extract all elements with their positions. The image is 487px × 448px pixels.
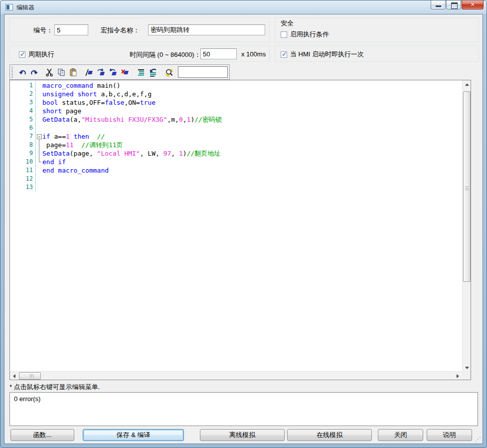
code-line[interactable]: 9SetData(page, "Local HMI", LW, 97, 1)//… xyxy=(10,149,462,158)
macro-name-input[interactable] xyxy=(148,24,265,35)
code-line[interactable]: 6 xyxy=(10,124,462,132)
toolbar-gripper[interactable] xyxy=(11,67,13,78)
paste-icon[interactable] xyxy=(68,66,79,78)
line-number: 6 xyxy=(10,124,36,132)
outdent-icon[interactable] xyxy=(148,66,159,78)
periodic-checkbox[interactable] xyxy=(19,51,25,58)
code-line[interactable]: 13 xyxy=(10,183,462,192)
security-group: 安全 启用执行条件 xyxy=(275,17,479,42)
interval-label: 时间间隔 (0 ~ 864000)： xyxy=(130,50,201,59)
code-line[interactable]: 1macro_command main() xyxy=(10,81,462,90)
offline-simulation-button[interactable]: 离线模拟 xyxy=(200,429,285,441)
bookmark-clear-icon[interactable] xyxy=(120,66,131,78)
toolbar xyxy=(9,64,230,80)
right-click-hint: * 点击鼠标右键可显示编辑菜单. xyxy=(9,383,100,392)
code-line[interactable]: 8 page=11 //调转到11页 xyxy=(10,141,462,149)
enable-condition-checkbox-row[interactable]: 启用执行条件 xyxy=(281,30,329,39)
code-text: end macro_command xyxy=(42,166,109,175)
editor-window: 编辑器 编号： 宏指令名称： 安全 启用执行条件 周期执行 xyxy=(0,0,487,448)
code-text: if a==1 then // xyxy=(42,132,105,141)
security-caption: 安全 xyxy=(281,19,294,28)
line-number: 5 xyxy=(10,115,36,124)
line-number: 8 xyxy=(10,141,36,149)
scroll-right-arrow[interactable] xyxy=(454,372,462,380)
code-line[interactable]: 4short page xyxy=(10,107,462,115)
code-line[interactable]: 5GetData(a,"Mitsubishi FX3U/FX3G",m,0,1)… xyxy=(10,115,462,124)
close-button[interactable] xyxy=(462,0,484,9)
minimize-button[interactable] xyxy=(431,0,446,9)
horizontal-scroll-thumb[interactable] xyxy=(19,372,41,380)
run-on-startup-checkbox[interactable] xyxy=(281,51,287,58)
bookmark-prev-icon[interactable] xyxy=(108,66,119,78)
code-line[interactable]: 7if a==1 then // xyxy=(10,132,462,141)
line-number: 1 xyxy=(10,81,36,90)
vertical-scroll-thumb[interactable] xyxy=(463,91,471,282)
scroll-left-arrow[interactable] xyxy=(10,372,18,380)
code-text: short page xyxy=(42,107,81,115)
code-line[interactable]: 12 xyxy=(10,175,462,183)
code-line[interactable]: 10end if xyxy=(10,158,462,166)
fold-marker-mid xyxy=(36,141,42,149)
code-lines[interactable]: 1macro_command main()2unsigned short a,b… xyxy=(10,80,462,371)
enable-condition-label: 启用执行条件 xyxy=(290,30,329,39)
line-number: 4 xyxy=(10,107,36,115)
fold-gutter xyxy=(36,115,42,124)
close-dialog-button[interactable]: 关闭 xyxy=(378,429,423,441)
code-text: unsigned short a,b,c,d,e,f,g xyxy=(42,90,152,98)
horizontal-scrollbar[interactable] xyxy=(10,371,462,380)
line-number: 10 xyxy=(10,158,36,166)
line-number: 12 xyxy=(10,175,36,183)
run-on-startup-label: 当 HMI 启动时即执行一次 xyxy=(290,50,364,59)
window-title: 编辑器 xyxy=(16,3,34,12)
undo-icon[interactable] xyxy=(17,66,28,78)
fold-marker-end xyxy=(36,158,42,166)
bookmark-next-icon[interactable] xyxy=(96,66,107,78)
fold-gutter xyxy=(36,90,42,98)
dialog-body: 编号： 宏指令名称： 安全 启用执行条件 周期执行 时间间隔 (0 ~ 8640… xyxy=(4,14,483,444)
error-count-text: 0 error(s) xyxy=(14,395,40,403)
redo-icon[interactable] xyxy=(29,66,40,78)
maximize-button[interactable] xyxy=(446,0,461,9)
macro-name-label: 宏指令名称： xyxy=(101,26,140,35)
periodic-checkbox-row[interactable]: 周期执行 xyxy=(19,50,54,59)
line-number: 3 xyxy=(10,98,36,107)
code-text: SetData(page, "Local HMI", LW, 97, 1)//翻… xyxy=(42,149,220,158)
fold-marker-mid xyxy=(36,149,42,158)
scrollbar-corner xyxy=(462,371,471,380)
cut-icon[interactable] xyxy=(44,66,55,78)
number-label: 编号： xyxy=(33,26,53,35)
enable-condition-checkbox[interactable] xyxy=(281,31,287,38)
vertical-scrollbar[interactable] xyxy=(462,80,471,372)
code-text: bool status,OFF=false,ON=true xyxy=(42,98,156,107)
interval-unit-label: x 100ms xyxy=(241,50,266,58)
online-simulation-button[interactable]: 在线模拟 xyxy=(287,429,372,441)
code-line[interactable]: 3bool status,OFF=false,ON=true xyxy=(10,98,462,107)
fold-gutter xyxy=(36,183,42,192)
copy-icon[interactable] xyxy=(56,66,67,78)
code-text: macro_command main() xyxy=(42,81,121,90)
code-text: GetData(a,"Mitsubishi FX3U/FX3G",m,0,1)/… xyxy=(42,115,222,124)
title-bar[interactable]: 编辑器 xyxy=(0,0,487,14)
line-number: 7 xyxy=(10,132,36,141)
run-on-startup-checkbox-row[interactable]: 当 HMI 启动时即执行一次 xyxy=(281,50,364,59)
code-line[interactable]: 11end macro_command xyxy=(10,166,462,175)
fold-gutter xyxy=(36,175,42,183)
find-icon[interactable] xyxy=(163,66,174,78)
resize-grip[interactable]: ⋰ xyxy=(475,436,481,443)
fold-marker-start[interactable] xyxy=(36,132,42,141)
code-text: end if xyxy=(42,158,66,166)
code-line[interactable]: 2unsigned short a,b,c,d,e,f,g xyxy=(10,90,462,98)
save-compile-button[interactable]: 保存 & 编译 xyxy=(83,429,184,441)
find-input[interactable] xyxy=(178,66,228,78)
line-number: 2 xyxy=(10,90,36,98)
functions-button[interactable]: 函数... xyxy=(10,429,74,441)
help-button[interactable]: 说明 xyxy=(427,429,472,441)
scroll-up-arrow[interactable] xyxy=(463,80,471,89)
bookmark-toggle-icon[interactable] xyxy=(84,66,95,78)
periodic-label: 周期执行 xyxy=(28,50,54,59)
interval-input[interactable] xyxy=(200,48,237,59)
indent-icon[interactable] xyxy=(136,66,147,78)
fold-gutter xyxy=(36,107,42,115)
number-input[interactable] xyxy=(54,24,88,35)
startup-group: 当 HMI 启动时即执行一次 xyxy=(275,45,479,62)
